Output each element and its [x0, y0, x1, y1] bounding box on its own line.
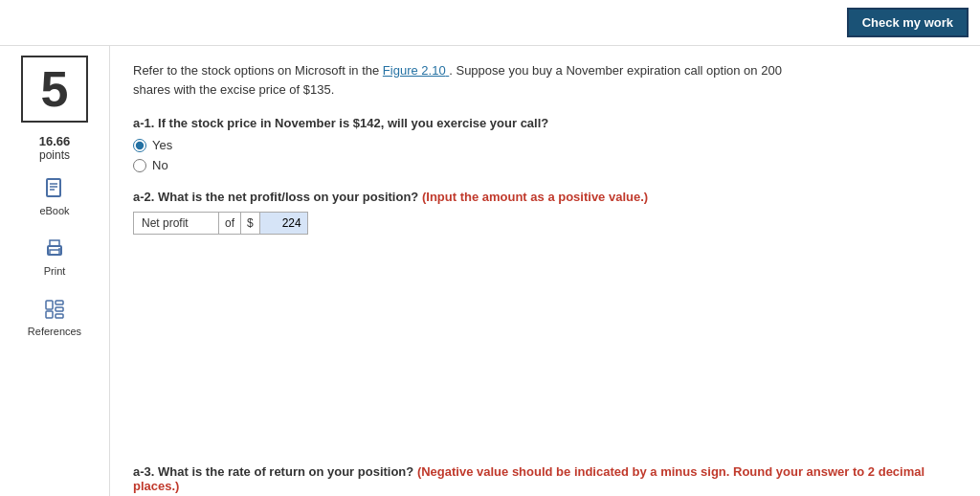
references-label: References — [28, 326, 81, 337]
points-value: 16.66 — [39, 134, 71, 148]
a2-net-profit-label: Net profit — [133, 212, 219, 235]
sub-question-a2: a-2. What is the net profit/loss on your… — [133, 190, 957, 235]
sidebar-tool-ebook[interactable]: eBook — [30, 169, 78, 222]
radio-option-yes[interactable]: Yes — [133, 138, 957, 152]
radio-option-no[interactable]: No — [133, 158, 957, 172]
radio-no-label: No — [152, 158, 168, 172]
a3-label: a-3. What is the rate of return on your … — [133, 464, 957, 493]
question-number: 5 — [41, 60, 69, 118]
radio-yes-input[interactable] — [133, 139, 146, 152]
main-layout: 5 16.66 points eBook — [0, 46, 980, 496]
a2-instruction: (Input the amount as a positive value.) — [422, 190, 648, 204]
svg-rect-9 — [46, 311, 53, 318]
points-text: points — [39, 148, 70, 162]
question-number-box: 5 — [21, 56, 88, 123]
sub-question-a1: a-1. If the stock price in November is $… — [133, 116, 957, 172]
svg-rect-0 — [47, 179, 60, 196]
a2-label: a-2. What is the net profit/loss on your… — [133, 190, 957, 204]
figure-link[interactable]: Figure 2.10 — [383, 63, 449, 78]
sub-question-a3: a-3. What is the rate of return on your … — [133, 464, 957, 496]
top-bar: Check my work — [0, 0, 980, 46]
a1-label: a-1. If the stock price in November is $… — [133, 116, 957, 130]
a2-value-input[interactable] — [260, 212, 308, 235]
check-my-work-button[interactable]: Check my work — [847, 8, 969, 37]
a2-input-row: Net profit of $ — [133, 212, 957, 235]
sidebar-tool-references[interactable]: References — [18, 290, 91, 343]
svg-rect-11 — [56, 307, 63, 311]
sidebar-tool-print[interactable]: Print — [32, 230, 78, 282]
left-sidebar: 5 16.66 points eBook — [0, 46, 110, 496]
radio-no-input[interactable] — [133, 159, 146, 172]
a2-dollar-sign: $ — [241, 212, 260, 235]
svg-rect-10 — [56, 301, 63, 304]
ebook-label: eBook — [39, 205, 69, 216]
svg-rect-12 — [56, 314, 63, 318]
print-label: Print — [44, 265, 66, 277]
book-icon — [41, 175, 68, 202]
content-area: Refer to the stock options on Microsoft … — [110, 46, 980, 496]
print-icon — [41, 236, 68, 262]
a2-of-text: of — [219, 212, 241, 235]
svg-point-7 — [58, 248, 60, 250]
question-intro: Refer to the stock options on Microsoft … — [133, 61, 803, 99]
references-icon — [41, 296, 68, 323]
svg-rect-8 — [46, 301, 53, 309]
points-label: 16.66 points — [39, 134, 71, 162]
svg-rect-6 — [50, 250, 59, 255]
radio-yes-label: Yes — [152, 138, 172, 152]
